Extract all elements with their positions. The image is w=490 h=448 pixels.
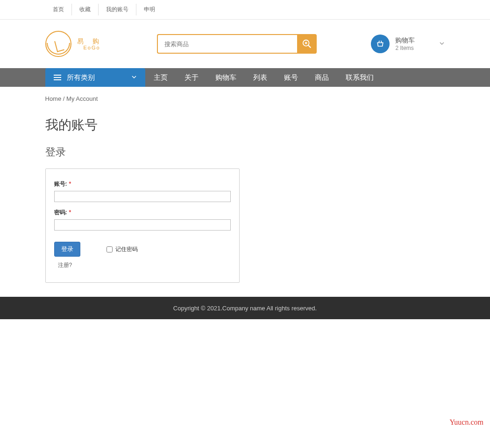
page-content: 我的账号 登录 账号:* 密码:* 登录 记住密码 注册? — [45, 116, 445, 283]
nav-home[interactable]: 主页 — [145, 68, 176, 87]
required-mark: * — [69, 209, 71, 216]
nav-products[interactable]: 商品 — [306, 68, 337, 87]
section-title: 登录 — [45, 145, 445, 159]
remember-checkbox[interactable] — [107, 246, 113, 252]
login-form: 账号:* 密码:* 登录 记住密码 注册? — [45, 168, 240, 283]
cart-label: 购物车 — [395, 36, 415, 45]
password-input[interactable] — [54, 219, 231, 231]
main-nav: 所有类别 主页 关于 购物车 列表 账号 商品 联系我们 — [0, 68, 490, 87]
header: 易 购 EoGo 购物车 2 Items — [0, 20, 490, 68]
categories-label: 所有类别 — [67, 73, 95, 82]
logo-icon — [45, 31, 71, 57]
chevron-down-icon — [439, 40, 445, 48]
search-form — [157, 34, 317, 54]
logo-text-en: EoGo — [84, 45, 103, 50]
search-zoom-icon — [302, 39, 312, 49]
remember-wrap[interactable]: 记住密码 — [107, 245, 138, 253]
categories-dropdown[interactable]: 所有类别 — [45, 68, 145, 87]
copyright-text: Copyright © 2021.Company name All rights… — [173, 305, 317, 312]
cart-icon-circle — [371, 35, 390, 53]
cart-widget[interactable]: 购物车 2 Items — [371, 35, 445, 53]
register-link[interactable]: 注册? — [58, 261, 231, 269]
page-title: 我的账号 — [45, 116, 445, 134]
topbar-link-declaration[interactable]: 申明 — [136, 4, 163, 15]
username-label: 账号:* — [54, 180, 231, 188]
hamburger-icon — [54, 75, 61, 80]
username-input[interactable] — [54, 191, 231, 202]
login-button[interactable]: 登录 — [54, 242, 80, 257]
nav-list[interactable]: 列表 — [245, 68, 276, 87]
breadcrumb: Home / My Account — [45, 87, 445, 108]
nav-about[interactable]: 关于 — [176, 68, 207, 87]
cart-count: 2 Items — [395, 45, 415, 51]
topbar-link-favorites[interactable]: 收藏 — [72, 4, 99, 15]
nav-links: 主页 关于 购物车 列表 账号 商品 联系我们 — [145, 68, 382, 87]
chevron-down-icon — [131, 74, 137, 81]
svg-line-1 — [308, 45, 311, 48]
footer: Copyright © 2021.Company name All rights… — [0, 297, 490, 319]
required-mark: * — [69, 181, 71, 187]
nav-cart[interactable]: 购物车 — [207, 68, 245, 87]
remember-label: 记住密码 — [115, 245, 138, 253]
password-label: 密码:* — [54, 209, 231, 217]
nav-account[interactable]: 账号 — [276, 68, 306, 87]
breadcrumb-home[interactable]: Home — [45, 95, 62, 102]
search-button[interactable] — [297, 34, 317, 54]
topbar-link-home[interactable]: 首页 — [45, 4, 72, 15]
search-input[interactable] — [157, 34, 297, 54]
topbar-links: 首页 收藏 我的账号 申明 — [45, 4, 163, 15]
breadcrumb-current: My Account — [66, 95, 98, 102]
nav-contact[interactable]: 联系我们 — [337, 68, 382, 87]
breadcrumb-sep: / — [63, 95, 65, 102]
logo[interactable]: 易 购 EoGo — [45, 31, 103, 57]
basket-icon — [376, 39, 385, 49]
topbar: 首页 收藏 我的账号 申明 — [0, 0, 490, 20]
topbar-link-account[interactable]: 我的账号 — [99, 4, 136, 15]
